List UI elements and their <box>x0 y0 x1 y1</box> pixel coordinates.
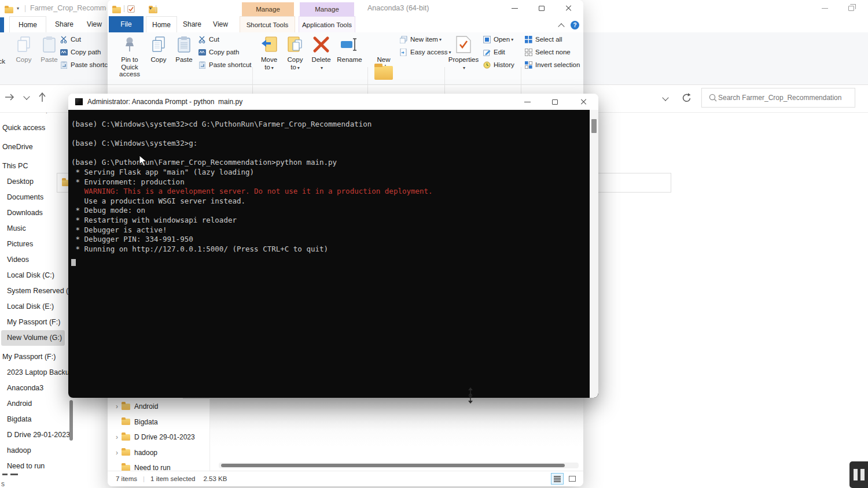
new-folder-button[interactable]: New folder <box>369 33 398 71</box>
sidebar-item-music[interactable]: Music <box>1 221 74 236</box>
sidebar-item-bigdata[interactable]: Bigdata <box>1 412 74 427</box>
status-items-count: 7 items <box>116 475 137 482</box>
tree-item-android[interactable]: › Android <box>112 399 209 415</box>
back-tab-share[interactable]: Share <box>50 16 79 32</box>
back-tab-file[interactable] <box>0 17 4 32</box>
search-input[interactable] <box>718 94 843 102</box>
search-box[interactable] <box>701 88 855 108</box>
back-tab-view[interactable]: View <box>81 16 108 32</box>
address-dropdown-chevron-icon[interactable] <box>662 94 668 101</box>
copy-to-button[interactable]: Copy to▾ <box>282 33 308 72</box>
select-none-button[interactable]: Select none <box>524 47 571 57</box>
copy-path-button[interactable]: Copy path <box>198 47 239 57</box>
back-tab-home[interactable]: Home <box>9 16 46 32</box>
details-view-button[interactable] <box>551 473 564 485</box>
copy-path-button[interactable]: Copy path <box>60 47 101 57</box>
sidebar-item-2023-laptop-backup[interactable]: 2023 Laptop Backup <box>1 365 74 380</box>
terminal-maximize-button[interactable] <box>546 94 564 110</box>
easy-access-button[interactable]: Easy access▾ <box>399 47 451 57</box>
back-minimize-button[interactable] <box>816 0 833 16</box>
forward-icon[interactable] <box>5 93 15 101</box>
front-tab-shortcut-tools[interactable]: Shortcut Tools <box>240 16 295 32</box>
new-item-button[interactable]: New item▾ <box>399 34 442 45</box>
cut-button[interactable]: Cut <box>198 34 219 45</box>
sidebar-item-downloads[interactable]: Downloads <box>1 205 74 221</box>
horizontal-scrollbar[interactable] <box>219 463 579 468</box>
paste-shortcut-button[interactable]: Paste shortcut <box>198 60 252 70</box>
ribbon-collapse-chevron-icon[interactable] <box>558 23 564 29</box>
move-to-button[interactable]: Move to▾ <box>256 33 282 72</box>
sidebar-item-d-drive[interactable]: D Drive 29-01-2023 <box>1 427 74 443</box>
terminal-scrollbar[interactable] <box>590 110 598 398</box>
front-maximize-button[interactable] <box>533 0 550 16</box>
terminal-minimize-button[interactable] <box>518 94 536 110</box>
invert-selection-button[interactable]: Invert selection <box>524 60 580 70</box>
tree-item-hadoop[interactable]: › hadoop <box>112 445 209 461</box>
tree-item-bigdata[interactable]: › Bigdata <box>112 415 209 430</box>
video-pause-overlay-button[interactable] <box>849 461 868 488</box>
history-button[interactable]: History <box>483 60 514 70</box>
front-close-button[interactable] <box>560 0 578 16</box>
front-minimize-button[interactable] <box>506 0 523 16</box>
front-tab-application-tools[interactable]: Application Tools <box>299 16 355 32</box>
details-view-icon <box>554 476 561 482</box>
tree-item-d-drive[interactable]: › D Drive 29-01-2023 <box>112 430 209 445</box>
quick-access-toolbar-dropdown-icon[interactable]: ▾ <box>17 6 19 11</box>
front-tab-file[interactable]: File <box>109 16 144 32</box>
cut-button[interactable]: Cut <box>60 34 81 45</box>
sidebar-item-local-disk-c[interactable]: Local Disk (C:) <box>1 268 74 283</box>
open-button[interactable]: Open▾ <box>483 34 513 45</box>
help-icon[interactable]: ? <box>571 21 579 29</box>
manage-shortcut-tools-header[interactable]: Manage <box>242 2 294 16</box>
sidebar-scrollbar[interactable] <box>69 400 73 441</box>
front-tab-share[interactable]: Share <box>178 16 206 32</box>
sidebar-item-desktop[interactable]: Desktop <box>1 174 74 190</box>
sidebar-item-local-disk-e[interactable]: Local Disk (E:) <box>1 299 74 315</box>
horizontal-scrollbar-thumb[interactable] <box>221 464 565 467</box>
qat-checkbox-icon[interactable] <box>127 5 135 15</box>
terminal-close-button[interactable] <box>575 94 593 110</box>
sidebar-item-new-volume-g[interactable]: New Volume (G:) <box>1 330 65 346</box>
edit-button[interactable]: Edit <box>483 47 505 57</box>
front-tab-view[interactable]: View <box>208 16 233 32</box>
sidebar-item-documents[interactable]: Documents <box>1 190 74 205</box>
qat-dropdown-icon[interactable]: ▾ <box>149 6 152 11</box>
rename-icon <box>334 33 365 56</box>
sidebar-item-need-to-run[interactable]: Need to run <box>1 459 74 474</box>
sidebar-item-hadoop[interactable]: hadoop <box>1 443 74 459</box>
sidebar-item-system-reserved[interactable]: System Reserved (D <box>1 283 74 299</box>
properties-button[interactable]: Properties▾ <box>448 33 479 72</box>
terminal-titlebar[interactable]: Administrator: Anaconda Prompt - python … <box>68 94 598 110</box>
expand-chevron-icon[interactable]: › <box>112 433 122 441</box>
expand-chevron-icon[interactable]: › <box>112 402 122 411</box>
up-icon[interactable] <box>38 92 46 102</box>
thumbnail-view-button[interactable] <box>566 473 579 485</box>
paste-shortcut-button[interactable]: Paste shortcut <box>60 60 113 70</box>
paste-button[interactable]: Paste <box>171 33 197 64</box>
copy-button[interactable]: Copy <box>146 33 171 64</box>
sidebar-item-android[interactable]: Android <box>1 396 74 412</box>
pin-to-quick-access-button[interactable]: Pin to Quick access <box>0 58 10 72</box>
back-restore-button[interactable] <box>843 0 860 16</box>
sidebar-item-anaconda3[interactable]: Anaconda3 <box>1 380 74 396</box>
terminal-body[interactable]: (base) C:\Windows\system32>cd G:\PuthonR… <box>68 110 598 398</box>
select-all-button[interactable]: Select all <box>524 34 562 45</box>
refresh-icon[interactable] <box>682 93 692 103</box>
sidebar-item-videos[interactable]: Videos <box>1 252 74 268</box>
copy-button[interactable]: Copy <box>10 33 37 64</box>
manage-application-tools-header[interactable]: Manage <box>300 2 354 16</box>
sidebar-item-my-passport-f-root[interactable]: My Passport (F:) <box>1 349 74 365</box>
sidebar-item-onedrive[interactable]: OneDrive <box>1 139 74 155</box>
rename-button[interactable]: Rename <box>334 33 365 64</box>
sidebar-item-quick-access[interactable]: Quick access <box>1 120 74 136</box>
sidebar-item-my-passport-f[interactable]: My Passport (F:) <box>1 315 74 330</box>
front-tab-home[interactable]: Home <box>146 16 177 32</box>
terminal-scrollbar-thumb[interactable] <box>591 119 597 133</box>
recent-locations-chevron-icon[interactable] <box>23 93 30 99</box>
pin-to-quick-access-button[interactable]: Pin to Quick access <box>112 33 147 78</box>
expand-chevron-icon[interactable]: › <box>112 449 122 457</box>
sidebar-item-this-pc[interactable]: This PC <box>1 158 74 174</box>
delete-button[interactable]: Delete▾ <box>308 33 334 72</box>
sidebar-item-pictures[interactable]: Pictures <box>1 236 74 252</box>
paste-button[interactable]: Paste <box>36 33 62 64</box>
